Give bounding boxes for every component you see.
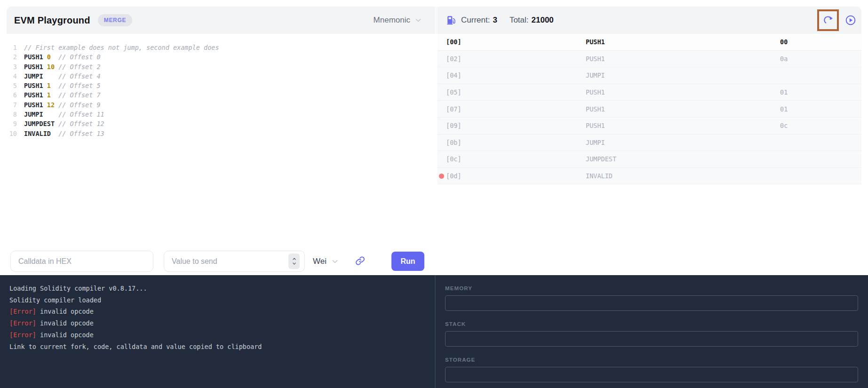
bytecode-address: [07] (446, 105, 586, 113)
gas-current-label: Current: (461, 16, 490, 25)
code-line: 2 PUSH1 0 // Offest 0 (7, 52, 435, 62)
header-left: EVM Playground MERGE Mnemonic (7, 7, 435, 34)
code-opcode: PUSH1 (24, 101, 43, 109)
code-operand: 0 (43, 53, 51, 61)
code-comment: // Offset 5 (51, 82, 101, 89)
console-error-prefix: [Error] (9, 331, 36, 339)
code-opcode: PUSH1 (24, 82, 43, 89)
bytecode-row[interactable]: [02] PUSH1 0a (438, 51, 861, 68)
mode-selector[interactable]: Mnemonic (374, 16, 422, 25)
console-line: [Error] invalid opcode (9, 329, 426, 341)
state-group: MEMORY (445, 285, 858, 311)
bytecode-address: [02] (446, 55, 586, 63)
code-operand: 12 (43, 101, 55, 109)
code-comment: // Offset 7 (51, 91, 101, 99)
evm-playground-app: EVM Playground MERGE Mnemonic Current: 3 (0, 0, 868, 388)
console-text: invalid opcode (36, 331, 94, 339)
bytecode-opcode: JUMPI (586, 139, 780, 146)
code-opcode: INVALID (24, 130, 51, 137)
line-number: 1 (7, 43, 17, 52)
bytecode-value: 0a (780, 55, 861, 63)
code-text: PUSH1 1 // Offset 7 (24, 90, 101, 100)
code-comment: // Offset 12 (55, 120, 104, 127)
code-comment: // First example does not jump, second e… (24, 44, 219, 51)
line-number: 7 (7, 100, 17, 110)
gas-total-label: Total: (510, 16, 529, 25)
state-panel: MEMORY STACK STORAGE (435, 275, 868, 388)
step-button[interactable] (844, 14, 857, 26)
code-opcode: PUSH1 (24, 63, 43, 71)
console-error-prefix: [Error] (9, 308, 36, 315)
restart-button[interactable] (822, 15, 834, 26)
bytecode-value: 0c (780, 122, 861, 129)
bytecode-opcode: PUSH1 (586, 122, 780, 129)
bytecode-row[interactable]: [0b] JUMPI (438, 135, 861, 151)
console-text: invalid opcode (36, 319, 94, 327)
link-icon (355, 255, 366, 266)
mode-selector-value: Mnemonic (374, 16, 410, 25)
code-text: PUSH1 0 // Offest 0 (24, 52, 101, 62)
console-line: [Error] invalid opcode (9, 317, 426, 329)
unit-value: Wei (313, 257, 326, 266)
bytecode-opcode: PUSH1 (586, 55, 780, 63)
line-number: 9 (7, 119, 17, 128)
value-input[interactable] (164, 251, 305, 272)
bytecode-address: [05] (446, 88, 586, 96)
bytecode-row[interactable]: [0d] INVALID (438, 168, 861, 185)
console-text: Loading Solidity compiler v0.8.17... (9, 285, 147, 292)
bytecode-row[interactable]: [05] PUSH1 01 (438, 84, 861, 101)
bottom-panel: Loading Solidity compiler v0.8.17... Sol… (0, 275, 868, 388)
bytecode-address: [09] (446, 122, 586, 129)
bytecode-opcode: PUSH1 (586, 38, 780, 46)
header-bar: EVM Playground MERGE Mnemonic Current: 3 (7, 7, 861, 34)
code-comment: // Offset 9 (55, 101, 101, 109)
bytecode-opcode: PUSH1 (586, 88, 780, 96)
console-line: Link to current fork, code, calldata and… (9, 341, 426, 353)
state-label: STORAGE (445, 357, 858, 363)
code-editor[interactable]: 1 // First example does not jump, second… (7, 34, 435, 275)
state-value-box (445, 295, 858, 311)
code-text: JUMPI // Offset 4 (24, 71, 101, 81)
bytecode-address: [0b] (446, 139, 586, 146)
unit-selector[interactable]: Wei (313, 251, 339, 272)
code-text: PUSH1 1 // Offset 5 (24, 81, 101, 90)
copy-link-button[interactable] (355, 255, 366, 266)
code-text: JUMPI // Offset 11 (24, 110, 104, 119)
bytecode-row[interactable]: [07] PUSH1 01 (438, 101, 861, 118)
line-number: 3 (7, 62, 17, 71)
console-line: [Error] invalid opcode (9, 306, 426, 317)
code-text: INVALID // Offset 13 (24, 129, 104, 138)
state-group: STACK (445, 321, 858, 347)
line-number: 8 (7, 110, 17, 119)
bytecode-table: [00] PUSH1 00 [02] PUSH1 0a [04] JUMPI [… (438, 34, 861, 184)
bytecode-address: [04] (446, 71, 586, 79)
calldata-input[interactable] (10, 251, 153, 272)
code-comment: // Offset 13 (51, 130, 104, 137)
bytecode-value: 01 (780, 88, 861, 96)
console-log: Loading Solidity compiler v0.8.17... Sol… (0, 275, 435, 388)
state-label: MEMORY (445, 285, 858, 291)
code-opcode: PUSH1 (24, 53, 43, 61)
chevron-down-icon (414, 16, 422, 24)
console-line: Solidity compiler loaded (9, 294, 426, 306)
code-opcode: PUSH1 (24, 91, 43, 99)
gas-total-value: 21000 (532, 16, 554, 25)
console-text: invalid opcode (36, 308, 94, 315)
state-group: STORAGE (445, 357, 858, 382)
run-button[interactable]: Run (391, 252, 424, 271)
annotation-highlight-box (817, 9, 839, 31)
code-line: 6 PUSH1 1 // Offset 7 (7, 90, 435, 100)
line-number: 5 (7, 81, 17, 90)
bytecode-row[interactable]: [0c] JUMPDEST (438, 151, 861, 168)
state-value-box (445, 367, 858, 382)
bytecode-row[interactable]: [00] PUSH1 00 (438, 34, 861, 51)
value-stepper[interactable] (288, 253, 300, 269)
bytecode-row[interactable]: [09] PUSH1 0c (438, 118, 861, 135)
breakpoint-error-dot (439, 174, 444, 179)
gas-current-value: 3 (493, 16, 497, 25)
bytecode-row[interactable]: [04] JUMPI (438, 67, 861, 84)
controls-row: Wei Run (7, 251, 435, 272)
bytecode-address: [0d] (446, 172, 586, 180)
chevron-up-icon (291, 257, 297, 261)
code-line: 5 PUSH1 1 // Offset 5 (7, 81, 435, 90)
